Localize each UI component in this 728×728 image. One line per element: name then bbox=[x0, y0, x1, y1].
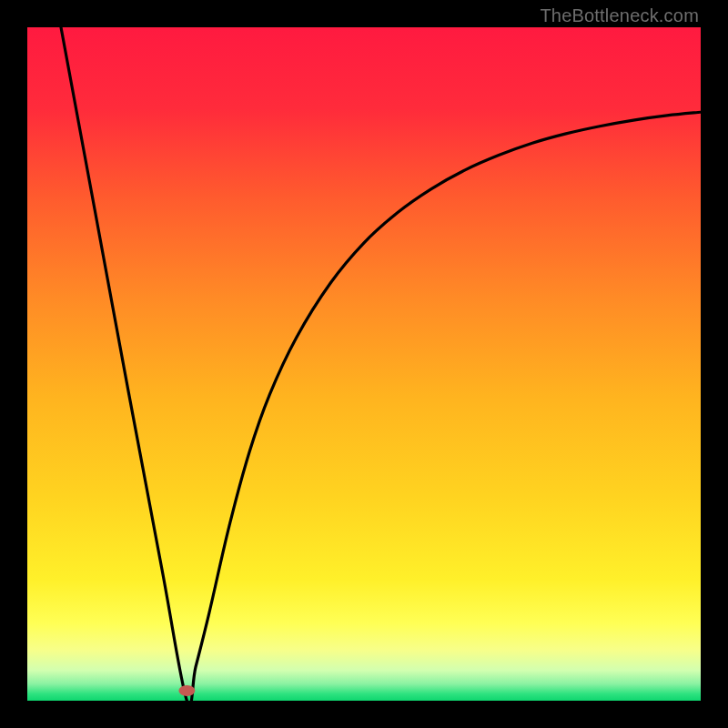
chart-frame: TheBottleneck.com bbox=[0, 0, 728, 728]
watermark-text: TheBottleneck.com bbox=[540, 5, 699, 26]
curve-layer bbox=[27, 27, 701, 701]
minimum-marker-icon bbox=[178, 685, 195, 696]
bottleneck-curve-line bbox=[61, 27, 701, 701]
plot-area bbox=[27, 27, 701, 701]
